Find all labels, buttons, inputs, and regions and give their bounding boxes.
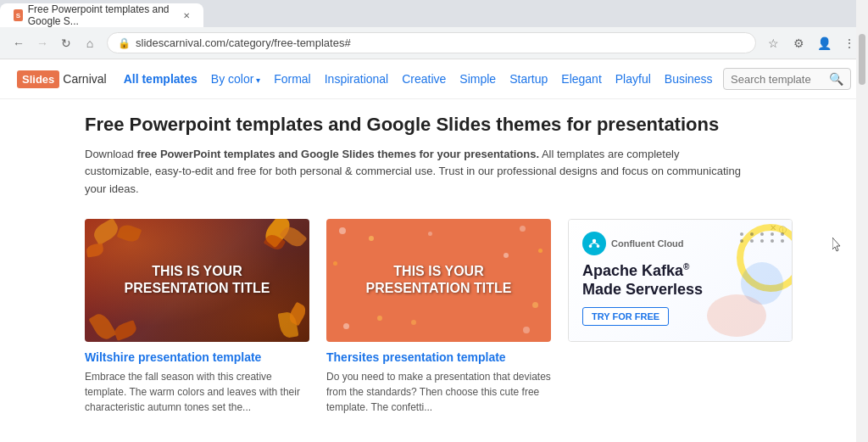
thersites-thumbnail: THIS IS YOURPRESENTATION TITLE [326, 219, 551, 342]
main-content: Free Powerpoint templates and Google Sli… [0, 99, 868, 428]
thersites-slide-title: THIS IS YOURPRESENTATION TITLE [366, 263, 512, 299]
star-button[interactable]: ☆ [763, 33, 783, 53]
active-tab[interactable]: S Free Powerpoint templates and Google S… [0, 3, 203, 27]
lock-icon: 🔒 [118, 37, 131, 49]
nav-by-color[interactable]: By color [211, 69, 260, 89]
wiltshire-desc: Embrace the fall season with this creati… [85, 369, 309, 415]
ad-inner: ✕ ⓘ Confluent Cloud [569, 220, 792, 341]
ad-company-name: Confluent Cloud [611, 238, 684, 249]
tab-close-button[interactable]: ✕ [183, 11, 190, 20]
nav-startup[interactable]: Startup [509, 69, 548, 89]
search-input[interactable] [731, 73, 824, 86]
browser-actions: ☆ ⚙ 👤 ⋮ [763, 33, 860, 53]
thersites-name[interactable]: Thersites presentation template [326, 350, 551, 364]
site-nav: Slides Carnival All templates By color F… [0, 59, 868, 99]
wiltshire-name[interactable]: Wiltshire presentation template [85, 350, 309, 364]
desc-bold: free PowerPoint templates and Google Sli… [136, 148, 539, 160]
nav-all-templates[interactable]: All templates [124, 69, 198, 89]
svg-point-1 [589, 244, 593, 248]
nav-playful[interactable]: Playful [615, 69, 651, 89]
nav-simple[interactable]: Simple [459, 69, 496, 89]
reload-button[interactable]: ↻ [56, 33, 76, 53]
browser-toolbar: ← → ↻ ⌂ 🔒 slidescarnival.com/category/fr… [0, 27, 868, 59]
extensions-button[interactable]: ⚙ [788, 33, 809, 53]
nav-inspirational[interactable]: Inspirational [325, 69, 389, 89]
page-content: Slides Carnival All templates By color F… [0, 59, 868, 442]
nav-formal[interactable]: Formal [274, 69, 311, 89]
svg-line-4 [594, 243, 598, 244]
tab-title: Free Powerpoint templates and Google S..… [28, 3, 178, 27]
home-button[interactable]: ⌂ [80, 33, 100, 53]
back-button[interactable]: ← [8, 33, 29, 53]
page-title: Free Powerpoint templates and Google Sli… [85, 113, 851, 137]
site-logo[interactable]: Slides Carnival [17, 70, 107, 88]
nav-business[interactable]: Business [665, 69, 713, 89]
browser-chrome: S Free Powerpoint templates and Google S… [0, 0, 868, 59]
nav-links: All templates By color Formal Inspiratio… [124, 69, 723, 89]
ad-cta-button[interactable]: TRY FOR FREE [582, 307, 669, 326]
ad-card: ✕ ⓘ Confluent Cloud [568, 219, 793, 342]
scrollbar[interactable] [856, 0, 868, 442]
search-box[interactable]: 🔍 [723, 68, 851, 90]
nav-buttons: ← → ↻ ⌂ [8, 33, 100, 53]
forward-button[interactable]: → [32, 33, 53, 53]
address-bar[interactable]: 🔒 slidescarnival.com/category/free-templ… [107, 32, 756, 53]
tab-bar: S Free Powerpoint templates and Google S… [0, 0, 868, 27]
svg-point-2 [597, 244, 600, 248]
svg-line-3 [591, 243, 595, 244]
page-description: Download free PowerPoint templates and G… [85, 146, 746, 199]
confluent-logo-icon [582, 232, 606, 255]
logo-slides: Slides [17, 70, 59, 88]
nav-elegant[interactable]: Elegant [561, 69, 601, 89]
template-card-thersites[interactable]: THIS IS YOURPRESENTATION TITLE Thersites… [326, 219, 551, 415]
wiltshire-thumbnail: THIS IS YOURPRESENTATION TITLE [85, 219, 309, 342]
wiltshire-slide-title: THIS IS YOURPRESENTATION TITLE [125, 263, 270, 299]
template-card-wiltshire[interactable]: THIS IS YOURPRESENTATION TITLE Wiltshire… [85, 219, 309, 415]
logo-carnival: Carnival [63, 72, 106, 86]
nav-creative[interactable]: Creative [402, 69, 446, 89]
tab-favicon: S [14, 9, 23, 21]
templates-grid: THIS IS YOURPRESENTATION TITLE Wiltshire… [85, 219, 851, 415]
search-icon[interactable]: 🔍 [829, 72, 843, 86]
profile-button[interactable]: 👤 [814, 33, 834, 53]
desc-prefix: Download [85, 148, 136, 160]
address-text: slidescarnival.com/category/free-templat… [136, 36, 745, 49]
scrollbar-thumb[interactable] [859, 34, 865, 85]
thersites-desc: Do you need to make a presentation that … [326, 369, 551, 415]
svg-point-0 [593, 239, 597, 243]
